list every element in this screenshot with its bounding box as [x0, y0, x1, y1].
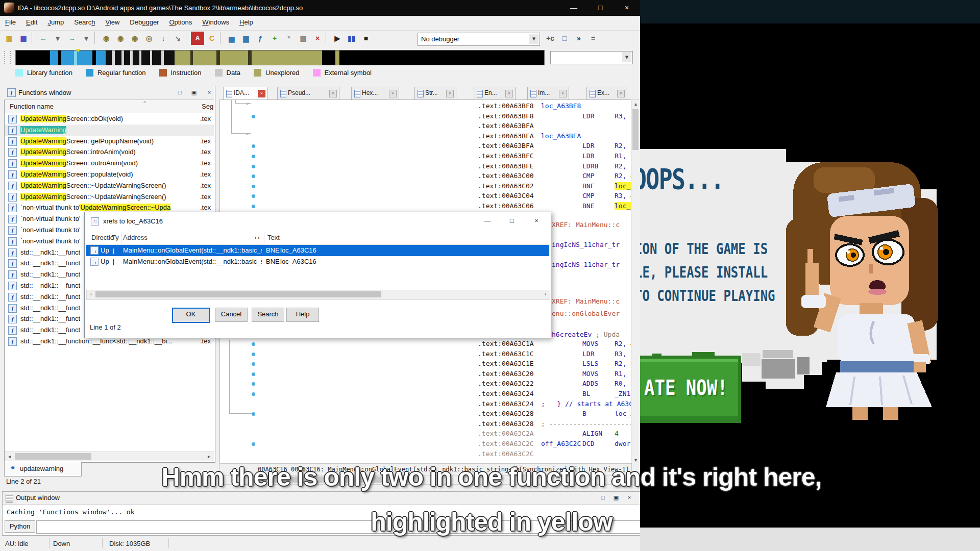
restore-button[interactable]: ▣ [189, 88, 199, 97]
overflow-chevron-icon[interactable]: » [572, 32, 585, 45]
snapshot-icon[interactable]: ↘ [171, 32, 184, 45]
disasm-line[interactable]: .text:00A63C1AMOVSR2, #0xB1 [478, 340, 632, 349]
column-directio[interactable]: Directio [91, 234, 114, 241]
float-button[interactable]: □ [175, 88, 185, 97]
chevron-down-icon[interactable]: ▾ [622, 52, 631, 62]
disasm-line[interactable]: .text:00A63C24; } // starts at A63C16 [478, 400, 632, 409]
navband-drag-handle[interactable] [4, 51, 11, 64]
scroll-left-icon[interactable]: ‹ [87, 290, 95, 298]
chart-icon[interactable]: ▅ [225, 32, 238, 45]
scroll-thumb[interactable] [15, 453, 91, 460]
delete-icon[interactable]: × [311, 32, 324, 45]
disasm-line[interactable]: .text:00A63C24BL_ZN12PopupManager4pushEP… [478, 390, 632, 399]
xrefs-list-header[interactable]: DirectioTyAddressText [86, 231, 549, 245]
search-button[interactable]: Search [252, 308, 284, 322]
functions-hscrollbar[interactable]: ◂ ▸ [5, 452, 214, 461]
menu-search[interactable]: Search [69, 16, 100, 29]
chevron-down-icon[interactable]: ▾ [529, 34, 538, 44]
xref-row[interactable]: ↑↓UpjMainMenu::onGlobalEvent(std::__ndk1… [86, 245, 549, 256]
disasm-line[interactable]: .text:00A63BFCLDRR1, [SP,#0x198+var_188] [478, 152, 632, 161]
restore-button[interactable]: ▣ [611, 493, 621, 502]
column-function-name[interactable]: Function name [10, 103, 54, 110]
function-row[interactable]: fUpdateWarningScreen::populate(void).tex [5, 169, 214, 180]
scroll-thumb[interactable] [632, 109, 639, 150]
help-button[interactable]: Help [286, 308, 319, 322]
disassembly-vscrollbar[interactable]: ▴ ▾ [631, 99, 641, 464]
update-now-button[interactable]: ATE NOW! [640, 356, 741, 423]
tab-ida[interactable]: IDA...× [223, 87, 268, 99]
create-function-icon[interactable]: + [268, 32, 281, 45]
functions-window-tab[interactable]: ++ updatewarning [4, 462, 82, 477]
close-tab-icon[interactable]: × [389, 90, 397, 97]
navigation-band[interactable] [15, 50, 545, 65]
xref-row[interactable]: ↑↓UpjMainMenu::onGlobalEvent(std::__ndk1… [86, 256, 549, 267]
close-panel-button[interactable]: × [204, 88, 214, 97]
debug-stop-icon[interactable]: ■ [359, 32, 373, 45]
python-prompt-label[interactable]: Python [5, 520, 35, 533]
menu-options[interactable]: Options [164, 16, 197, 29]
functions-list-header[interactable]: Function name ^ Seg [5, 100, 214, 114]
column-seg[interactable]: Seg [202, 103, 213, 110]
tab-hex[interactable]: Hex...× [351, 87, 399, 99]
ok-button[interactable]: OK [172, 308, 210, 323]
scroll-thumb[interactable] [95, 291, 381, 297]
disasm-line[interactable]: .text:00A63BFAloc_A63BFA; CODE XREF: Mai… [478, 132, 632, 141]
disasm-line[interactable]: .text:00A63BFALDRR2, [SP,#0x198+var_190] [478, 142, 632, 151]
disasm-line[interactable]: .text:00A63C28; ------------------------… [478, 420, 632, 429]
debugger-select[interactable]: No debugger ▾ [418, 33, 540, 46]
disasm-line[interactable]: .text:00A63BFELDRBR2, [R2,R1] [478, 162, 632, 171]
function-row[interactable]: fUpdateWarningScreen::~UpdateWarningScre… [5, 180, 214, 191]
scroll-right-icon[interactable]: › [541, 290, 550, 298]
star-icon[interactable]: * [282, 32, 296, 45]
minimize-button[interactable]: — [560, 0, 587, 16]
jump-icon[interactable]: ↓ [157, 32, 170, 45]
xrefs-dialog-titlebar[interactable]: ↑↓ xrefs to loc_A63C16 — □ × [85, 212, 551, 231]
tab-ex[interactable]: Ex...× [586, 87, 627, 99]
close-tab-icon[interactable]: × [617, 90, 625, 97]
disasm-line[interactable]: .text:00A63C00CMPR2, #0 [478, 172, 632, 181]
column-text[interactable]: Text [267, 234, 280, 241]
tab-str[interactable]: Str...× [414, 87, 456, 99]
debug-run-icon[interactable]: ▶ [331, 32, 344, 45]
disasm-line[interactable]: .text:00A63C04CMPR3, #0 [478, 192, 632, 201]
column-ty[interactable]: Ty [112, 234, 119, 241]
navigate-forward-icon[interactable]: → [65, 32, 79, 45]
close-button[interactable]: × [524, 212, 549, 231]
disasm-line[interactable]: .text:00A63C1CLDRR3, [SP,#0x198+var_190] [478, 350, 632, 359]
menu-jump[interactable]: Jump [42, 16, 69, 29]
search-names-icon[interactable]: ◉ [100, 32, 113, 45]
cancel-button[interactable]: Cancel [215, 308, 248, 322]
disasm-line[interactable]: .text:00A63BF8loc_A63BF8; CODE XREF: Mai… [478, 102, 632, 111]
disasm-line[interactable]: .text:00A63BFA [478, 122, 632, 131]
close-panel-button[interactable]: × [624, 493, 634, 502]
search-icon[interactable]: ◎ [142, 32, 156, 45]
function-row[interactable]: fUpdateWarningScreen::~UpdateWarningScre… [5, 191, 214, 203]
tab-pseud[interactable]: Pseud...× [277, 87, 339, 99]
tab-en[interactable]: En...× [474, 87, 516, 99]
debug-pause-icon[interactable]: ▮▮ [345, 32, 358, 45]
navband-range-select[interactable]: ▾ [550, 51, 633, 64]
float-button[interactable]: □ [598, 493, 608, 502]
column-address[interactable]: Address [123, 234, 148, 241]
ascii-icon[interactable]: A [191, 32, 204, 45]
close-button[interactable]: × [614, 0, 640, 16]
search-text-icon[interactable]: ◉ [114, 32, 127, 45]
scroll-left-icon[interactable]: ◂ [5, 453, 14, 460]
forward-dropdown-icon[interactable]: ▾ [80, 32, 93, 45]
minimize-button[interactable]: — [475, 212, 500, 231]
close-tab-icon[interactable]: × [505, 90, 513, 97]
scroll-up-icon[interactable]: ▴ [631, 100, 640, 108]
close-tab-icon[interactable]: × [446, 90, 454, 97]
open-file-icon[interactable]: ▣ [3, 32, 16, 45]
function-row[interactable]: fUpdateWarning [5, 124, 214, 136]
function-icon[interactable]: ƒ [254, 32, 267, 45]
function-row[interactable]: fUpdateWarningScreen::getPopupName(void)… [5, 136, 214, 147]
menu-windows[interactable]: Windows [197, 16, 234, 29]
attach-icon[interactable]: +c [544, 32, 557, 45]
maximize-button[interactable]: □ [587, 0, 614, 16]
windows-icon[interactable]: □ [558, 32, 571, 45]
menu-help[interactable]: Help [234, 16, 258, 29]
menu-debugger[interactable]: Debugger [125, 16, 164, 29]
image-icon[interactable]: ▩ [297, 32, 310, 45]
disasm-line[interactable]: .text:00A63C20MOVSR1, R0; BasePopup * [478, 370, 632, 379]
